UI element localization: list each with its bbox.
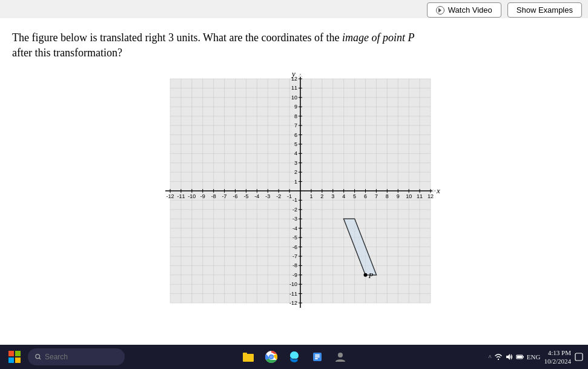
svg-point-12	[338, 353, 343, 357]
wifi-icon	[494, 353, 503, 361]
svg-rect-14	[523, 356, 524, 357]
win-icon-tl	[8, 351, 14, 356]
time-date: 4:13 PM 10/2/2024	[544, 348, 571, 366]
play-icon	[436, 6, 444, 15]
watch-video-label: Watch Video	[448, 5, 492, 15]
coordinate-graph	[134, 67, 449, 327]
show-examples-label: Show Examples	[517, 5, 573, 15]
taskbar-left	[5, 347, 125, 367]
date-display: 10/2/2024	[544, 357, 571, 365]
graph-wrapper	[134, 67, 449, 327]
svg-rect-9	[315, 354, 320, 356]
win-icon-tr	[15, 351, 21, 356]
question-text: The figure below is translated right 3 u…	[12, 30, 570, 61]
language-label: ENG	[527, 353, 541, 361]
edge-icon[interactable]	[285, 348, 303, 366]
clipboard-icon[interactable]	[308, 348, 326, 366]
taskbar-center	[239, 348, 349, 366]
system-tray: ^ ENG	[489, 353, 541, 361]
svg-point-7	[269, 356, 273, 359]
search-bar[interactable]	[28, 348, 125, 365]
svg-rect-3	[243, 353, 247, 355]
win-icon-br	[15, 357, 21, 363]
svg-line-1	[39, 358, 41, 360]
search-icon	[35, 353, 41, 361]
show-examples-button[interactable]: Show Examples	[507, 2, 582, 18]
windows-icon	[8, 351, 21, 363]
person-icon[interactable]	[331, 348, 349, 366]
top-bar: Watch Video Show Examples	[421, 0, 588, 20]
svg-rect-15	[517, 356, 522, 358]
win-icon-bl	[8, 357, 14, 363]
speaker-icon	[505, 353, 514, 361]
chrome-icon[interactable]	[262, 348, 280, 366]
watch-video-button[interactable]: Watch Video	[427, 2, 501, 18]
file-explorer-icon[interactable]	[239, 348, 257, 366]
svg-rect-11	[315, 358, 318, 359]
svg-rect-16	[575, 353, 583, 361]
taskbar-right: ^ ENG 4:13 PM 10/2/2024	[489, 348, 583, 366]
svg-rect-10	[315, 356, 320, 357]
notification-icon[interactable]	[575, 353, 583, 361]
power-icon	[516, 353, 524, 361]
svg-point-0	[36, 354, 40, 359]
search-input[interactable]	[45, 353, 117, 361]
graph-container	[12, 67, 570, 327]
chevron-up-icon[interactable]: ^	[489, 353, 492, 361]
main-content: The figure below is translated right 3 u…	[0, 18, 588, 345]
taskbar: ^ ENG 4:13 PM 10/2/2024	[0, 345, 588, 369]
start-button[interactable]	[5, 347, 24, 367]
time-display: 4:13 PM	[544, 348, 571, 357]
